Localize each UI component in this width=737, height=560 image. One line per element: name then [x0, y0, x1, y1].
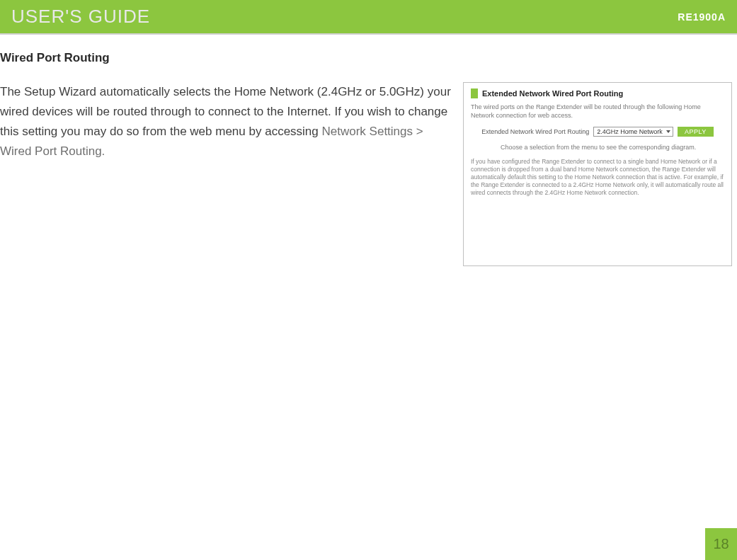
body-text: The Setup Wizard automatically selects t…	[0, 82, 453, 161]
page-number-box: 18	[705, 528, 737, 560]
figure-apply-button[interactable]: APPLY	[678, 127, 714, 137]
figure-titlebar: Extended Network Wired Port Routing	[471, 88, 724, 98]
header-model: RE1900A	[678, 11, 726, 23]
figure-note-text: If you have configured the Range Extende…	[471, 158, 724, 197]
figure-form-label: Extended Network Wired Port Routing	[481, 128, 589, 135]
figure-select[interactable]: 2.4GHz Home Network	[593, 127, 673, 137]
header-title: USER'S GUIDE	[11, 6, 150, 28]
content-area: Wired Port Routing The Setup Wizard auto…	[0, 51, 737, 266]
page-number: 18	[713, 536, 729, 552]
header-underline	[0, 33, 737, 35]
body-wrap: The Setup Wizard automatically selects t…	[0, 82, 737, 266]
figure-form-row: Extended Network Wired Port Routing 2.4G…	[471, 127, 724, 137]
header-bar: USER'S GUIDE RE1900A	[0, 0, 737, 33]
section-heading: Wired Port Routing	[0, 51, 737, 65]
figure-choose-text: Choose a selection from the menu to see …	[471, 144, 724, 151]
figure-accent-icon	[471, 88, 478, 98]
figure-title: Extended Network Wired Port Routing	[482, 89, 623, 98]
figure-screenshot: Extended Network Wired Port Routing The …	[463, 82, 732, 266]
figure-intro: The wired ports on the Range Extender wi…	[471, 103, 724, 120]
